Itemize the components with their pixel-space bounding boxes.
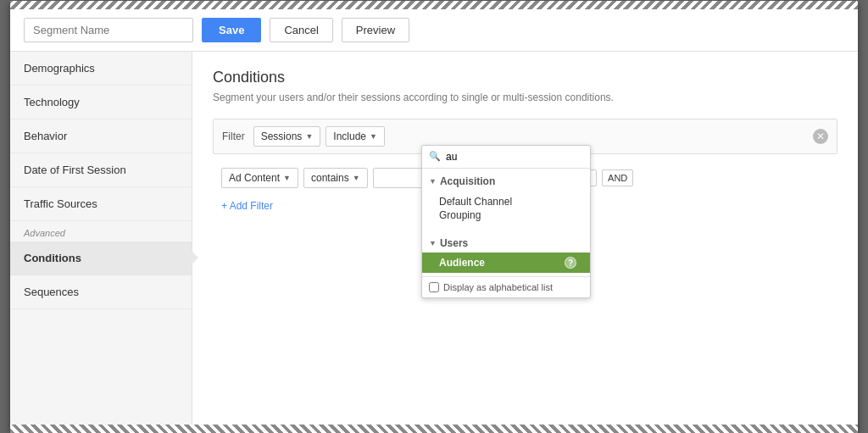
users-triangle-icon: ▼ [429,239,437,247]
save-button[interactable]: Save [202,18,261,42]
toolbar: Save Cancel Preview [10,9,858,52]
alphabetical-checkbox[interactable] [429,282,439,292]
sessions-dropdown[interactable]: Sessions ▼ [253,126,321,147]
remove-filter-button[interactable]: ✕ [813,129,828,144]
main-layout: Demographics Technology Behavior Date of… [10,52,858,425]
search-icon: 🔍 [429,151,441,162]
ad-content-label: Ad Content [229,172,280,184]
preview-button[interactable]: Preview [342,18,409,42]
sidebar: Demographics Technology Behavior Date of… [10,52,192,425]
help-icon[interactable]: ? [565,257,576,269]
content-area: Conditions Segment your users and/or the… [192,52,858,425]
contains-dropdown[interactable]: contains ▼ [303,168,368,188]
sessions-dropdown-arrow: ▼ [305,132,313,141]
advanced-section-label: Advanced [10,221,192,241]
acquisition-section: ▼ Acquisition Default ChannelGrouping [422,169,590,231]
segment-name-input[interactable] [24,18,193,42]
add-filter-button[interactable]: + Add Filter [213,195,281,217]
popup-search-input[interactable] [446,151,583,163]
contains-label: contains [311,172,349,184]
users-section: ▼ Users Audience ? [422,230,590,276]
page-title: Conditions [213,69,837,86]
search-dropdown-popup: 🔍 ▼ Acquisition Default ChannelGrouping … [421,145,591,299]
sidebar-item-conditions[interactable]: Conditions [10,241,192,275]
default-channel-grouping-item[interactable]: Default ChannelGrouping [422,191,590,228]
popup-footer: Display as alphabetical list [422,276,590,297]
and-button[interactable]: AND [602,169,633,186]
popup-search-area: 🔍 [422,146,590,169]
sidebar-item-traffic-sources[interactable]: Traffic Sources [10,187,192,221]
acquisition-triangle-icon: ▼ [429,177,437,186]
users-label: Users [440,237,468,249]
ad-content-dropdown-arrow: ▼ [283,174,291,182]
ad-content-dropdown[interactable]: Ad Content ▼ [221,168,298,188]
sidebar-item-date-of-first-session[interactable]: Date of First Session [10,153,192,187]
cancel-button[interactable]: Cancel [270,18,332,42]
audience-item[interactable]: Audience ? [422,253,590,273]
page-description: Segment your users and/or their sessions… [213,92,837,103]
sidebar-item-sequences[interactable]: Sequences [10,275,192,309]
acquisition-header: ▼ Acquisition [422,172,590,191]
contains-dropdown-arrow: ▼ [353,174,360,182]
audience-label: Audience [439,257,485,269]
sidebar-item-behavior[interactable]: Behavior [10,119,192,153]
include-dropdown[interactable]: Include ▼ [326,126,385,147]
include-label: Include [333,130,366,142]
sidebar-item-demographics[interactable]: Demographics [10,52,192,86]
alphabetical-label: Display as alphabetical list [443,282,553,292]
sessions-label: Sessions [261,130,303,142]
sidebar-item-technology[interactable]: Technology [10,86,192,119]
users-header: ▼ Users [422,234,590,253]
include-dropdown-arrow: ▼ [370,132,377,141]
acquisition-label: Acquisition [440,175,495,187]
filter-label: Filter [222,130,245,142]
